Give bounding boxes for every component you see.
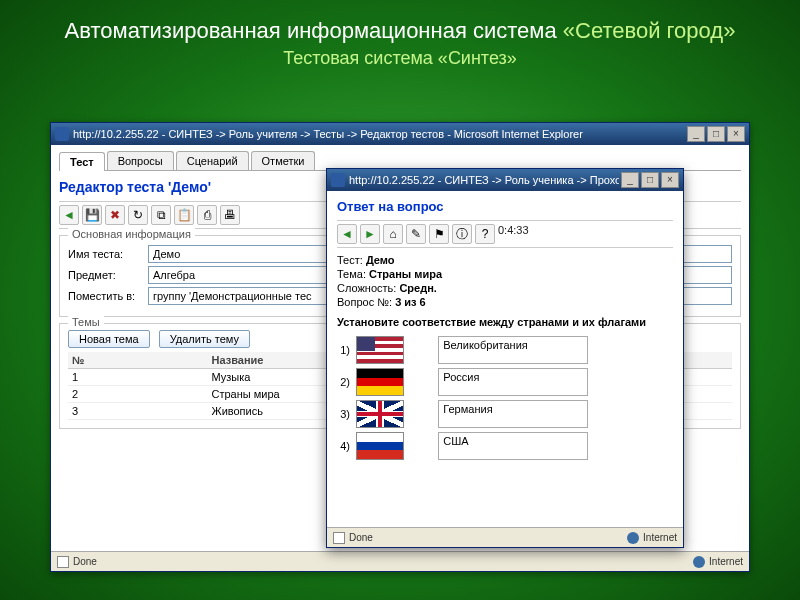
popup-window-title: http://10.2.255.22 - СИНТЕЗ -> Роль учен… (349, 174, 619, 186)
done-icon (333, 532, 345, 544)
meta-difficulty: Сложность: Средн. (337, 282, 673, 294)
print-icon[interactable]: 🖶 (220, 205, 240, 225)
slide-subtitle: Тестовая система «Синтез» (0, 48, 800, 77)
label-test-name: Имя теста: (68, 248, 148, 260)
help-icon[interactable]: ? (475, 224, 495, 244)
delete-topic-button[interactable]: Удалить тему (159, 330, 250, 348)
tab-scenario[interactable]: Сценарий (176, 151, 249, 170)
flag-uk-icon (356, 400, 404, 428)
status-zone: Internet (643, 532, 677, 543)
legend-main-info: Основная информация (68, 228, 195, 240)
answer-heading: Ответ на вопрос (337, 199, 673, 214)
answer-slot[interactable]: Россия (438, 368, 588, 396)
paste-icon[interactable]: 📋 (174, 205, 194, 225)
meta-test: Тест: Демо (337, 254, 673, 266)
refresh-icon[interactable]: ↻ (128, 205, 148, 225)
flag-usa-icon (356, 336, 404, 364)
status-done: Done (349, 532, 373, 543)
meta-qnum: Вопрос №: 3 из 6 (337, 296, 673, 308)
next-icon[interactable]: ► (360, 224, 380, 244)
info-icon[interactable]: ⓘ (452, 224, 472, 244)
tools-icon[interactable]: ✎ (406, 224, 426, 244)
tab-marks[interactable]: Отметки (251, 151, 316, 170)
tab-questions[interactable]: Вопросы (107, 151, 174, 170)
lock-icon[interactable]: ⎙ (197, 205, 217, 225)
save-icon[interactable]: 💾 (82, 205, 102, 225)
flag-germany-icon (356, 368, 404, 396)
label-place: Поместить в: (68, 290, 148, 302)
tab-test[interactable]: Тест (59, 152, 105, 171)
maximize-button[interactable]: □ (641, 172, 659, 188)
main-titlebar[interactable]: http://10.2.255.22 - СИНТЕЗ -> Роль учит… (51, 123, 749, 145)
ie-icon (331, 173, 345, 187)
slide-title: Автоматизированная информационная систем… (0, 0, 800, 48)
copy-icon[interactable]: ⧉ (151, 205, 171, 225)
match-row: 2) Россия (337, 366, 673, 398)
close-button[interactable]: × (727, 126, 745, 142)
popup-browser-window: http://10.2.255.22 - СИНТЕЗ -> Роль учен… (326, 168, 684, 548)
flag-icon[interactable]: ⚑ (429, 224, 449, 244)
main-statusbar: Done Internet (51, 551, 749, 571)
slide-title-accent: «Сетевой город» (563, 18, 736, 43)
col-num: № (68, 352, 207, 369)
flag-russia-icon (356, 432, 404, 460)
match-table: 1) Великобритания 2) Россия 3) Германия … (337, 334, 673, 462)
slide-title-prefix: Автоматизированная информационная систем… (65, 18, 563, 43)
popup-toolbar: ◄ ► ⌂ ✎ ⚑ ⓘ ? 0:4:33 (337, 220, 673, 248)
match-row: 1) Великобритания (337, 334, 673, 366)
back-icon[interactable]: ◄ (59, 205, 79, 225)
match-row: 4) США (337, 430, 673, 462)
close-button[interactable]: × (661, 172, 679, 188)
timer: 0:4:33 (498, 224, 529, 244)
meta-topic: Тема: Страны мира (337, 268, 673, 280)
status-zone: Internet (709, 556, 743, 567)
legend-topics: Темы (68, 316, 104, 328)
popup-content: Ответ на вопрос ◄ ► ⌂ ✎ ⚑ ⓘ ? 0:4:33 Тес… (327, 191, 683, 527)
main-window-title: http://10.2.255.22 - СИНТЕЗ -> Роль учит… (73, 128, 685, 140)
internet-icon (693, 556, 705, 568)
maximize-button[interactable]: □ (707, 126, 725, 142)
delete-icon[interactable]: ✖ (105, 205, 125, 225)
answer-slot[interactable]: Германия (438, 400, 588, 428)
answer-slot[interactable]: США (438, 432, 588, 460)
label-subject: Предмет: (68, 269, 148, 281)
popup-titlebar[interactable]: http://10.2.255.22 - СИНТЕЗ -> Роль учен… (327, 169, 683, 191)
internet-icon (627, 532, 639, 544)
home-icon[interactable]: ⌂ (383, 224, 403, 244)
status-done: Done (73, 556, 97, 567)
prev-icon[interactable]: ◄ (337, 224, 357, 244)
minimize-button[interactable]: _ (621, 172, 639, 188)
done-icon (57, 556, 69, 568)
minimize-button[interactable]: _ (687, 126, 705, 142)
answer-slot[interactable]: Великобритания (438, 336, 588, 364)
question-text: Установите соответствие между странами и… (337, 316, 673, 328)
ie-icon (55, 127, 69, 141)
popup-statusbar: Done Internet (327, 527, 683, 547)
new-topic-button[interactable]: Новая тема (68, 330, 150, 348)
match-row: 3) Германия (337, 398, 673, 430)
